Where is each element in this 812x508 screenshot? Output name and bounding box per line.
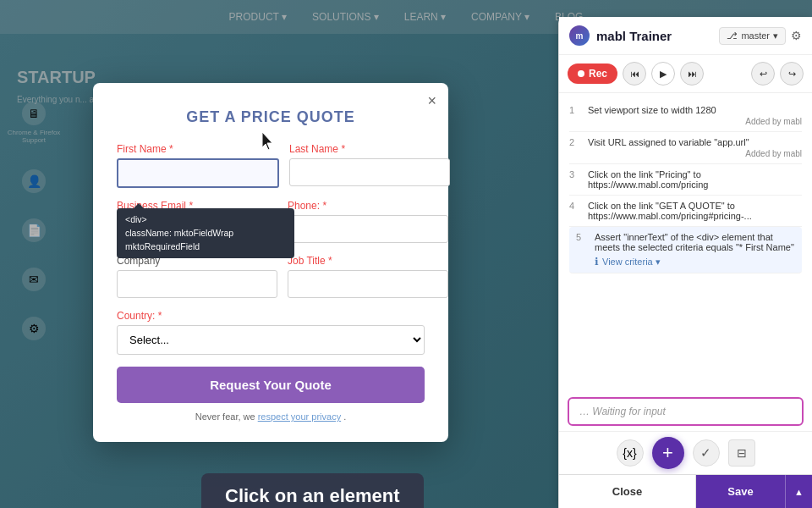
branch-chevron: ▾ (773, 30, 778, 41)
trainer-actions: {x} + ✓ ⊟ (559, 431, 812, 474)
first-name-group: First Name * (117, 143, 279, 188)
name-row: First Name * Last Name * (117, 143, 425, 188)
trainer-title-row: m mabl Trainer (569, 25, 672, 46)
rec-label: Rec (589, 68, 607, 80)
submit-button[interactable]: Request Your Quote (117, 367, 425, 403)
phone-group: Phone: * (288, 200, 448, 243)
trainer-header: m mabl Trainer ⎇ master ▾ ⚙ (559, 17, 812, 55)
step-5-num: 5 (576, 232, 588, 268)
company-label: Company (117, 255, 277, 267)
privacy-link[interactable]: respect your privacy (258, 411, 341, 422)
privacy-text: Never fear, we respect your privacy . (117, 411, 425, 422)
step-3: 3 Click on the link "Pricing" to https:/… (569, 164, 802, 196)
step-4-text: Click on the link "GET A QUOTE" to https… (588, 201, 752, 221)
step-4-content: Click on the link "GET A QUOTE" to https… (588, 201, 802, 221)
last-name-group: Last Name * (289, 143, 450, 188)
view-criteria-row[interactable]: ℹ View criteria ▾ (595, 256, 795, 268)
mabl-logo: m (569, 25, 590, 46)
step-3-content: Click on the link "Pricing" to https://w… (588, 169, 802, 190)
code-icon-button[interactable]: {x} (617, 439, 644, 467)
trainer-toolbar: Rec ⏮ ▶ ⏭ ↩ ↪ (559, 55, 812, 93)
redo-button[interactable]: ↪ (780, 62, 804, 86)
skip-forward-button[interactable]: ⏭ (680, 62, 704, 86)
settings-icon[interactable]: ⚙ (791, 29, 802, 42)
step-5: 5 Assert "innerText" of the <div> elemen… (569, 227, 802, 273)
email-input[interactable] (117, 215, 277, 243)
job-title-input[interactable] (288, 270, 448, 298)
step-4-num: 4 (569, 201, 581, 221)
close-button[interactable]: Close (559, 475, 696, 508)
branch-selector[interactable]: ⎇ master ▾ (719, 27, 786, 45)
step-1-added: Added by mabl (588, 117, 802, 126)
step-2-content: Visit URL assigned to variable "app.url"… (588, 137, 802, 158)
trainer-footer: Close Save ▲ (559, 474, 812, 508)
branch-label: master (741, 30, 770, 41)
view-criteria-label[interactable]: View criteria ▾ (602, 257, 661, 268)
save-chevron-button[interactable]: ▲ (785, 475, 812, 508)
trainer-title: mabl Trainer (596, 29, 672, 43)
save-btn-row: Save ▲ (696, 475, 812, 508)
step-2-num: 2 (569, 137, 581, 158)
check-button[interactable]: ✓ (693, 439, 720, 467)
step-4: 4 Click on the link "GET A QUOTE" to htt… (569, 196, 802, 227)
rec-button[interactable]: Rec (568, 64, 617, 84)
email-label: Business Email * (117, 200, 277, 212)
modal-close-button[interactable]: × (427, 93, 436, 108)
last-name-label: Last Name * (289, 143, 450, 155)
step-5-text: Assert "innerText" of the <div> element … (595, 232, 794, 252)
play-button[interactable]: ▶ (651, 62, 675, 86)
job-title-group: Job Title * (288, 255, 448, 298)
first-name-label: First Name * (117, 143, 279, 155)
rec-dot (578, 70, 584, 77)
step-2-added: Added by mabl (588, 149, 802, 158)
company-group: Company (117, 255, 277, 298)
add-step-button[interactable]: + (652, 437, 684, 469)
price-quote-modal: × GET A PRICE QUOTE First Name * Last Na… (93, 83, 448, 442)
company-input[interactable] (117, 270, 277, 298)
country-row: Country: * Select... (117, 310, 425, 355)
sliders-button[interactable]: ⊟ (728, 439, 755, 467)
step-3-text: Click on the link "Pricing" to https://w… (588, 169, 708, 190)
country-label: Country: * (117, 310, 425, 322)
branch-icon: ⎇ (727, 30, 738, 41)
first-name-input[interactable] (117, 158, 279, 188)
undo-button[interactable]: ↩ (751, 62, 775, 86)
modal-title: GET A PRICE QUOTE (117, 108, 425, 126)
waiting-input[interactable]: … Waiting for input (568, 397, 804, 426)
step-3-num: 3 (569, 169, 581, 190)
step-1-num: 1 (569, 105, 581, 126)
step-2: 2 Visit URL assigned to variable "app.ur… (569, 132, 802, 164)
step-1-text: Set viewport size to width 1280 (588, 105, 716, 115)
phone-input[interactable] (288, 215, 448, 243)
info-icon: ℹ (595, 256, 599, 268)
company-job-row: Company Job Title * Click on an element (117, 255, 425, 298)
step-1: 1 Set viewport size to width 1280 Added … (569, 100, 802, 132)
click-element-overlay: Click on an element (201, 473, 424, 508)
trainer-panel: m mabl Trainer ⎇ master ▾ ⚙ Rec ⏮ ▶ ⏭ ↩ … (558, 17, 812, 508)
steps-list: 1 Set viewport size to width 1280 Added … (559, 93, 812, 392)
save-button[interactable]: Save (696, 475, 785, 508)
phone-label: Phone: * (288, 200, 448, 212)
last-name-input[interactable] (289, 158, 450, 186)
step-2-text: Visit URL assigned to variable "app.url" (588, 137, 749, 147)
job-title-label: Job Title * (288, 255, 448, 267)
country-select[interactable]: Select... (117, 325, 425, 355)
email-phone-row: Business Email * Phone: * (117, 200, 425, 243)
step-5-content: Assert "innerText" of the <div> element … (595, 232, 795, 268)
email-group: Business Email * (117, 200, 277, 243)
skip-back-button[interactable]: ⏮ (623, 62, 646, 86)
step-1-content: Set viewport size to width 1280 Added by… (588, 105, 802, 126)
